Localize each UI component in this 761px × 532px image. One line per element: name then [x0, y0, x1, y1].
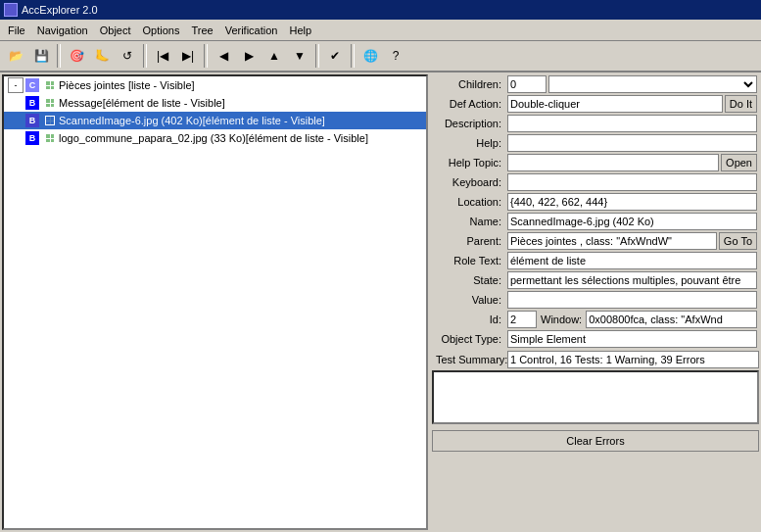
- test-summary-section: Test Summary: Clear Errors: [432, 351, 759, 452]
- name-value-cell: [505, 212, 759, 231]
- name-label: Name:: [432, 212, 505, 231]
- menu-options[interactable]: Options: [137, 23, 186, 38]
- children-input[interactable]: [507, 75, 547, 93]
- id-label: Id:: [432, 310, 505, 329]
- next-button[interactable]: ▶|: [176, 44, 200, 68]
- id-input[interactable]: [507, 311, 537, 328]
- help-topic-value-cell: Open: [505, 153, 759, 172]
- logo-grid-icon: [42, 130, 58, 146]
- walk-button[interactable]: 🦶: [90, 44, 114, 68]
- test-summary-row: Test Summary:: [432, 351, 759, 368]
- nav-down-button[interactable]: ▼: [288, 44, 311, 68]
- object-type-row: Object Type:: [432, 329, 759, 349]
- title-bar: AccExplorer 2.0: [0, 0, 761, 20]
- role-text-input[interactable]: [507, 252, 757, 269]
- refresh-button[interactable]: ↺: [116, 44, 139, 68]
- keyboard-label: Keyboard:: [432, 172, 505, 192]
- test-summary-input: [507, 351, 759, 368]
- help-topic-input-group: Open: [507, 154, 757, 171]
- properties-table: Children: Def Action: Do It: [432, 74, 759, 349]
- open-button[interactable]: 📂: [4, 44, 27, 68]
- scanned-label: ScannedImage-6.jpg (402 Ko)[élément de l…: [59, 115, 325, 126]
- name-input[interactable]: [507, 213, 757, 230]
- prev-button[interactable]: |◀: [151, 44, 174, 68]
- main-content: - C Pièces jointes [liste - Visible] B: [0, 73, 761, 532]
- location-input[interactable]: [507, 193, 757, 211]
- root-c-icon: C: [24, 77, 40, 93]
- scanned-b-icon: B: [24, 113, 40, 128]
- menu-tree[interactable]: Tree: [185, 23, 218, 38]
- nav-right-button[interactable]: ▶: [237, 44, 261, 68]
- root-grid-icon: [42, 77, 58, 93]
- toolbar-sep-4: [315, 44, 319, 68]
- menu-navigation[interactable]: Navigation: [31, 23, 94, 38]
- location-row: Location:: [432, 192, 759, 212]
- nav-up-button[interactable]: ▲: [262, 44, 286, 68]
- message-label: Message[élément de liste - Visible]: [59, 97, 225, 109]
- keyboard-input[interactable]: [507, 173, 757, 191]
- window-input[interactable]: [586, 311, 757, 328]
- open-button[interactable]: Open: [721, 154, 757, 171]
- keyboard-row: Keyboard:: [432, 172, 759, 192]
- menu-verification[interactable]: Verification: [219, 23, 284, 38]
- help-topic-input[interactable]: [507, 154, 719, 171]
- nav-left-button[interactable]: ◀: [212, 44, 235, 68]
- description-row: Description:: [432, 114, 759, 133]
- save-button[interactable]: 💾: [29, 44, 53, 68]
- state-row: State:: [432, 270, 759, 290]
- help-topic-label: Help Topic:: [432, 153, 505, 172]
- value-input[interactable]: [507, 291, 757, 309]
- id-input-group: Window:: [507, 311, 757, 328]
- go-to-button[interactable]: Go To: [719, 232, 757, 250]
- id-row: Id: Window:: [432, 310, 759, 329]
- message-b-icon: B: [24, 95, 40, 111]
- test-summary-label: Test Summary:: [432, 353, 505, 366]
- location-value-cell: [505, 192, 759, 212]
- state-input[interactable]: [507, 271, 757, 289]
- def-action-input[interactable]: [507, 95, 723, 113]
- parent-row: Parent: Go To: [432, 231, 759, 251]
- location-label: Location:: [432, 192, 505, 212]
- description-input[interactable]: [507, 115, 757, 132]
- def-action-row: Def Action: Do It: [432, 94, 759, 114]
- def-action-label: Def Action:: [432, 94, 505, 114]
- children-select[interactable]: [548, 75, 757, 93]
- globe-button[interactable]: 🌐: [358, 44, 382, 68]
- help-topic-row: Help Topic: Open: [432, 153, 759, 172]
- tree-item-message[interactable]: B Message[élément de liste - Visible]: [4, 94, 426, 112]
- menu-file[interactable]: File: [2, 23, 31, 38]
- menu-help[interactable]: Help: [283, 23, 317, 38]
- value-label: Value:: [432, 290, 505, 310]
- app-title: AccExplorer 2.0: [22, 4, 98, 16]
- object-type-input[interactable]: [507, 330, 757, 348]
- def-action-value-cell: Do It: [505, 94, 759, 114]
- help-value-cell: [505, 133, 759, 153]
- tree-item-scanned[interactable]: B ScannedImage-6.jpg (402 Ko)[élément de…: [4, 112, 426, 129]
- toolbar-sep-1: [57, 44, 61, 68]
- parent-label: Parent:: [432, 231, 505, 251]
- help-button[interactable]: ?: [384, 44, 407, 68]
- keyboard-value-cell: [505, 172, 759, 192]
- do-it-button[interactable]: Do It: [725, 95, 757, 113]
- help-label: Help:: [432, 133, 505, 153]
- properties-panel: Children: Def Action: Do It: [430, 73, 761, 532]
- window-label: Window:: [539, 314, 584, 325]
- tree-root[interactable]: - C Pièces jointes [liste - Visible]: [4, 76, 426, 94]
- help-input[interactable]: [507, 134, 757, 152]
- check-button[interactable]: ✔: [323, 44, 347, 68]
- scanned-grid-icon: [42, 113, 58, 128]
- tree-item-logo[interactable]: B logo_commune_papara_02.jpg (33 Ko)[élé…: [4, 129, 426, 147]
- id-value-cell: Window:: [505, 310, 759, 329]
- object-type-value-cell: [505, 329, 759, 349]
- app-icon: [4, 3, 18, 17]
- menu-object[interactable]: Object: [94, 23, 137, 38]
- state-value-cell: [505, 270, 759, 290]
- description-value-cell: [505, 114, 759, 133]
- children-input-row: [507, 75, 757, 93]
- clear-errors-button[interactable]: Clear Errors: [432, 430, 759, 452]
- state-label: State:: [432, 270, 505, 290]
- target-button[interactable]: 🎯: [65, 44, 88, 68]
- parent-input[interactable]: [507, 232, 717, 250]
- root-expand[interactable]: -: [8, 77, 24, 93]
- test-errors-area[interactable]: [432, 370, 759, 424]
